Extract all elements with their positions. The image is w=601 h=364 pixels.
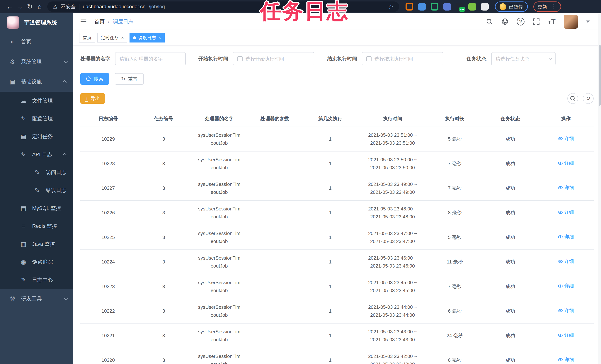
main-area: ☰ 首页 / 调度日志 ? T 首页定时任 — [73, 13, 601, 364]
hamburger-icon[interactable]: ☰ — [80, 17, 87, 26]
cell-handler-name: sysUserSessionTimeoutJob — [191, 176, 247, 201]
cell-handler-param — [247, 250, 303, 274]
detail-link[interactable]: 详细 — [558, 208, 574, 216]
user-avatar[interactable] — [564, 15, 578, 29]
sidebar-item-访问日志[interactable]: ✎访问日志 — [0, 163, 73, 181]
sidebar-item-MySQL-监控[interactable]: ▤MySQL 监控 — [0, 199, 73, 217]
chevron-down-icon — [64, 59, 68, 63]
table-row: 102263sysUserSessionTimeoutJob12021-05-0… — [80, 201, 594, 225]
cell-job-id: 3 — [136, 225, 191, 250]
sidebar: 芋道管理系统 ◐首页⚙系统管理▣基础设施☁文件管理✎配置管理▦定时任务✎API … — [0, 13, 73, 364]
export-button[interactable]: ↓ 导出 — [80, 93, 105, 104]
browser-menu-icon[interactable]: ⋮ — [551, 4, 557, 10]
toggle-search-button[interactable] — [567, 93, 578, 104]
sidebar-item-错误日志[interactable]: ✎错误日志 — [0, 181, 73, 199]
detail-link[interactable]: 详细 — [558, 306, 574, 314]
font-size-icon[interactable]: T — [548, 18, 556, 26]
sidebar-item-首页[interactable]: ◐首页 — [0, 32, 73, 52]
url-divider — [79, 4, 80, 10]
sidebar-item-label: Java 监控 — [32, 241, 55, 248]
reload-icon[interactable]: ↻ — [25, 2, 35, 12]
sidebar-item-基础设施[interactable]: ▣基础设施 — [0, 72, 73, 92]
cell-log-id: 10229 — [80, 127, 136, 151]
green-badge-icon[interactable] — [431, 3, 438, 10]
detail-link[interactable]: 详细 — [558, 331, 574, 339]
sidebar-item-label: API 日志 — [32, 151, 52, 158]
detail-link[interactable]: 详细 — [558, 159, 574, 167]
bookmark-star-icon[interactable]: ☆ — [388, 3, 394, 10]
sidebar-item-定时任务[interactable]: ▦定时任务 — [0, 128, 73, 145]
detail-link[interactable]: 详细 — [558, 257, 574, 265]
refresh-table-button[interactable]: ↻ — [583, 93, 594, 104]
scrollbar-thumb[interactable] — [599, 45, 601, 106]
detail-link[interactable]: 详细 — [558, 184, 574, 192]
page-scrollbar[interactable] — [598, 13, 601, 364]
tab-首页[interactable]: 首页 — [79, 33, 95, 42]
tab-定时任务[interactable]: 定时任务× — [97, 33, 127, 42]
close-icon[interactable]: × — [121, 35, 124, 40]
handler-name-input[interactable] — [120, 56, 181, 62]
detail-link[interactable]: 详细 — [558, 134, 574, 142]
extensions-area: on — [406, 3, 489, 10]
overlay-annotation-title: 任务日志 — [260, 0, 349, 26]
browser-update-button[interactable]: 更新 ⋮ — [533, 1, 561, 12]
paused-extension-pill[interactable]: 已暂停 — [495, 1, 528, 12]
forward-icon[interactable]: → — [15, 2, 25, 12]
detail-link[interactable]: 详细 — [558, 356, 574, 364]
reset-button[interactable]: ↻ 重置 — [115, 73, 144, 85]
table-row: 102293sysUserSessionTimeoutJob12021-05-0… — [80, 127, 594, 151]
docs-help-icon[interactable]: ? — [517, 18, 524, 26]
table-row: 102243sysUserSessionTimeoutJob12021-05-0… — [80, 250, 594, 274]
sidebar-item-链路追踪[interactable]: ◉链路追踪 — [0, 253, 73, 271]
end-time-input[interactable] — [374, 56, 439, 62]
tab-label: 调度日志 — [138, 35, 156, 41]
search-icon[interactable] — [486, 18, 493, 25]
sidebar-item-label: 系统管理 — [21, 58, 42, 65]
leaf-icon[interactable] — [468, 3, 476, 10]
sidebar-item-API-日志[interactable]: ✎API 日志 — [0, 145, 73, 163]
breadcrumb-home[interactable]: 首页 — [94, 18, 105, 25]
dashboard-icon: ◐ — [8, 39, 17, 45]
column-header: 处理器的名字 — [191, 111, 247, 127]
sidebar-item-Redis-监控[interactable]: ≡Redis 监控 — [0, 217, 73, 235]
cell-exec-index: 1 — [302, 299, 358, 323]
detail-link[interactable]: 详细 — [558, 282, 574, 290]
cell-job-id: 3 — [136, 274, 191, 299]
detail-link-label: 详细 — [564, 356, 574, 364]
sidebar-item-研发工具[interactable]: ⚒研发工具 — [0, 289, 73, 309]
sidebar-item-日志中心[interactable]: ✎日志中心 — [0, 271, 73, 289]
tab-调度日志[interactable]: 调度日志× — [130, 33, 165, 42]
detail-link[interactable]: 详细 — [558, 233, 574, 241]
chevron-down-icon[interactable] — [586, 20, 590, 23]
cell-handler-param — [247, 299, 303, 323]
fullscreen-icon[interactable] — [533, 18, 540, 25]
puzzle-icon[interactable] — [481, 3, 489, 10]
mysql-icon: ▤ — [19, 205, 28, 212]
app-logo-row[interactable]: 芋道管理系统 — [0, 13, 73, 32]
sidebar-item-系统管理[interactable]: ⚙系统管理 — [0, 52, 73, 72]
search-icon — [86, 77, 91, 81]
on-badge-icon[interactable]: on — [456, 3, 463, 10]
column-header: 执行时间 — [358, 111, 427, 127]
begin-time-input[interactable] — [246, 56, 310, 62]
status-select[interactable]: 请选择任务状态 — [491, 52, 556, 65]
back-icon[interactable]: ← — [5, 2, 15, 12]
cell-exec-time: 2021-05-03 23:48:00 ~2021-05-03 23:48:00 — [358, 201, 427, 225]
orange-ring-icon[interactable] — [406, 3, 413, 10]
sidebar-item-label: 访问日志 — [46, 169, 67, 176]
sidebar-item-文件管理[interactable]: ☁文件管理 — [0, 92, 73, 110]
filter-begin-time: 开始执行时间 — [198, 52, 314, 65]
github-icon[interactable] — [501, 18, 509, 25]
cell-log-id: 10221 — [80, 323, 136, 348]
home-icon[interactable]: ⌂ — [35, 2, 45, 12]
sidebar-item-配置管理[interactable]: ✎配置管理 — [0, 110, 73, 128]
search-button[interactable]: 搜索 — [80, 73, 109, 85]
sidebar-item-Java-监控[interactable]: ▥Java 监控 — [0, 235, 73, 253]
close-icon[interactable]: × — [159, 35, 161, 40]
blue-pin-icon[interactable] — [418, 3, 426, 10]
cell-log-id: 10223 — [80, 274, 136, 299]
begin-time-field — [233, 52, 314, 65]
update-label: 更新 — [538, 3, 547, 10]
cell-actions: 详细 — [538, 225, 594, 250]
grid-icon[interactable] — [443, 3, 451, 10]
